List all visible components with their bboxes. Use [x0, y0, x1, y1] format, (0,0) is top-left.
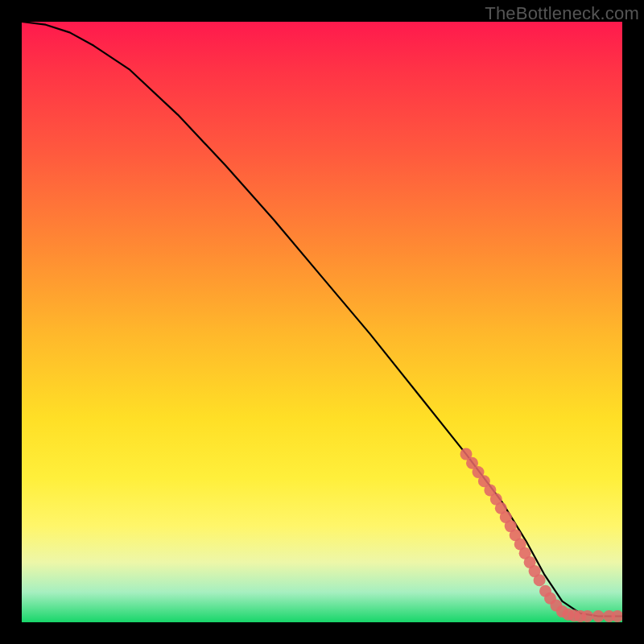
- curve-line: [22, 22, 622, 617]
- highlight-dot: [581, 610, 593, 622]
- chart-frame: TheBottleneck.com: [0, 0, 644, 644]
- watermark-text: TheBottleneck.com: [485, 3, 639, 24]
- bottleneck-curve: [22, 22, 622, 617]
- highlight-dots-group: [460, 448, 623, 622]
- chart-overlay: [22, 22, 622, 622]
- highlight-dot: [592, 610, 605, 622]
- plot-area: [22, 22, 622, 622]
- highlight-dot: [534, 574, 546, 586]
